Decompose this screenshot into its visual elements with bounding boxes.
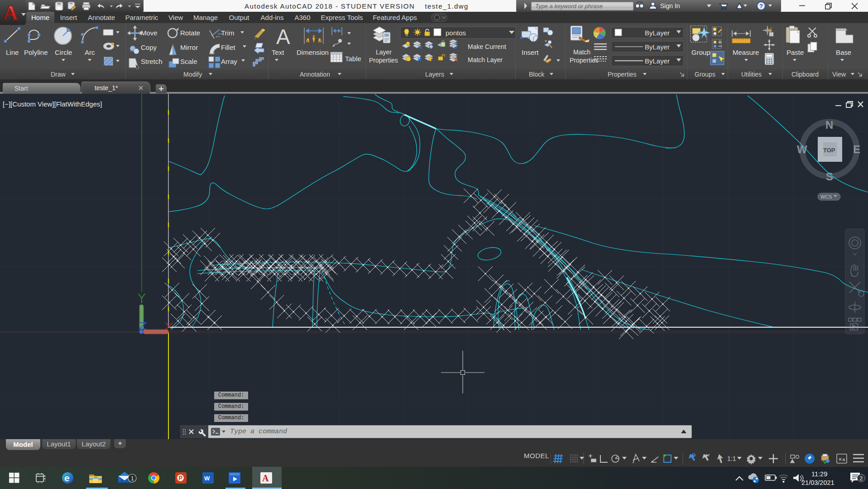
svg-text:A: A [276, 25, 290, 48]
svg-text:P: P [179, 475, 182, 481]
svg-text:S: S [826, 170, 833, 183]
svg-text:11:29: 11:29 [811, 470, 827, 478]
svg-text:e: e [64, 473, 70, 483]
svg-text:N: N [825, 119, 833, 131]
svg-text:Type a keyword or phrase: Type a keyword or phrase [535, 3, 603, 10]
svg-text:TOP: TOP [823, 147, 835, 154]
svg-text:ByLayer: ByLayer [645, 29, 670, 37]
svg-text:?: ? [759, 3, 763, 10]
svg-text:1:1: 1:1 [727, 455, 736, 462]
svg-text:ByLayer: ByLayer [645, 43, 670, 51]
svg-text:A: A [262, 473, 269, 483]
svg-text:2: 2 [860, 475, 863, 482]
svg-text:[−][Custom View][FlatWithEdges: [−][Custom View][FlatWithEdges] [3, 100, 102, 108]
svg-text:1: 1 [131, 475, 134, 482]
svg-text:Sign In: Sign In [660, 2, 680, 10]
svg-text:pontos: pontos [446, 29, 466, 37]
svg-text:W: W [204, 475, 210, 482]
svg-text:ByLayer: ByLayer [645, 57, 670, 65]
svg-text:E: E [853, 143, 860, 155]
svg-text:WCS: WCS [820, 194, 832, 199]
svg-text:A: A [3, 1, 18, 24]
svg-text:21/03/2021: 21/03/2021 [801, 479, 834, 486]
